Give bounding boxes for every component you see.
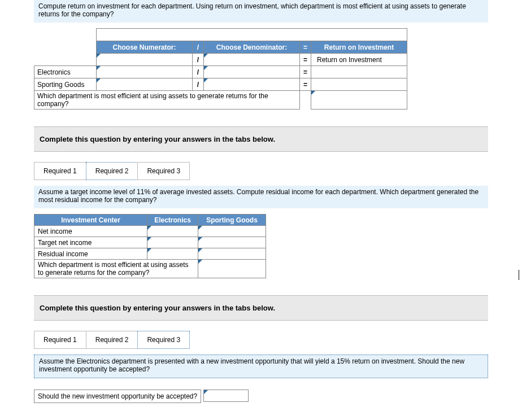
result-label: Return on Investment — [311, 54, 407, 66]
roi-table: Return on Investment Choose Numerator: /… — [34, 28, 414, 110]
result-header: Return on Investment — [311, 41, 407, 54]
question1-box: Compute return on investment for each de… — [34, 0, 488, 23]
text-cursor-icon — [519, 270, 519, 280]
q1-footer-question: Which department is most efficient at us… — [34, 91, 300, 110]
tab2-required-3[interactable]: Required 3 — [137, 331, 190, 349]
ri-row-residual: Residual income — [34, 248, 147, 260]
num-input-electronics[interactable] — [97, 66, 193, 78]
ri-sport-target[interactable] — [198, 237, 266, 248]
tabs-group-2: Required 1 Required 2 Required 3 — [34, 331, 488, 349]
q1-footer-input[interactable] — [311, 91, 407, 110]
den-header: Choose Denominator: — [204, 41, 300, 54]
ri-sport-residual[interactable] — [198, 248, 266, 260]
residual-income-table: Investment Center Electronics Sporting G… — [34, 214, 266, 278]
num-input-sporting[interactable] — [97, 78, 193, 91]
num-input-blank[interactable] — [97, 54, 193, 66]
ri-row-target: Target net income — [34, 237, 147, 248]
tab-required-2[interactable]: Required 2 — [86, 162, 138, 180]
q2-footer-question: Which department is most efficient at us… — [34, 260, 198, 278]
roi-title: Return on Investment — [97, 29, 407, 41]
ri-elec-residual[interactable] — [147, 248, 198, 260]
question3-text: Assume the Electronics department is pre… — [39, 357, 464, 373]
ri-elec-netincome[interactable] — [147, 226, 198, 237]
instruction-bar-1: Complete this question by entering your … — [34, 126, 488, 152]
result-electronics[interactable] — [311, 66, 407, 78]
instruction-bar-2: Complete this question by entering your … — [34, 295, 488, 321]
ri-sport-netincome[interactable] — [198, 226, 266, 237]
den-input-blank[interactable] — [204, 54, 300, 66]
ri-row-netincome: Net income — [34, 226, 147, 237]
tab-required-3[interactable]: Required 3 — [137, 162, 190, 180]
question3-box: Assume the Electronics department is pre… — [34, 355, 488, 378]
q3-footer-question: Should the new investment opportunity be… — [34, 390, 201, 403]
tab2-required-1[interactable]: Required 1 — [34, 331, 86, 349]
row-sporting: Sporting Goods — [34, 78, 97, 91]
question2-box: Assume a target income level of 11% of a… — [34, 186, 488, 208]
row-electronics: Electronics — [34, 66, 97, 78]
result-sporting[interactable] — [311, 78, 407, 91]
question1-text: Compute return on investment for each de… — [38, 2, 466, 18]
den-input-sporting[interactable] — [204, 78, 300, 91]
ri-col3: Sporting Goods — [198, 215, 266, 226]
tab-required-1[interactable]: Required 1 — [34, 162, 86, 180]
tab2-required-2[interactable]: Required 2 — [86, 331, 138, 349]
num-header: Choose Numerator: — [97, 41, 193, 54]
q2-footer-input[interactable] — [198, 260, 266, 278]
eq-header: = — [300, 41, 311, 54]
den-input-electronics[interactable] — [204, 66, 300, 78]
ri-col2: Electronics — [147, 215, 198, 226]
ri-elec-target[interactable] — [147, 237, 198, 248]
tabs-group-1: Required 1 Required 2 Required 3 — [34, 162, 488, 180]
ri-col1: Investment Center — [34, 215, 147, 226]
slash-header: / — [193, 41, 204, 54]
q3-footer-input[interactable] — [203, 390, 249, 402]
question2-text: Assume a target income level of 11% of a… — [38, 188, 478, 204]
